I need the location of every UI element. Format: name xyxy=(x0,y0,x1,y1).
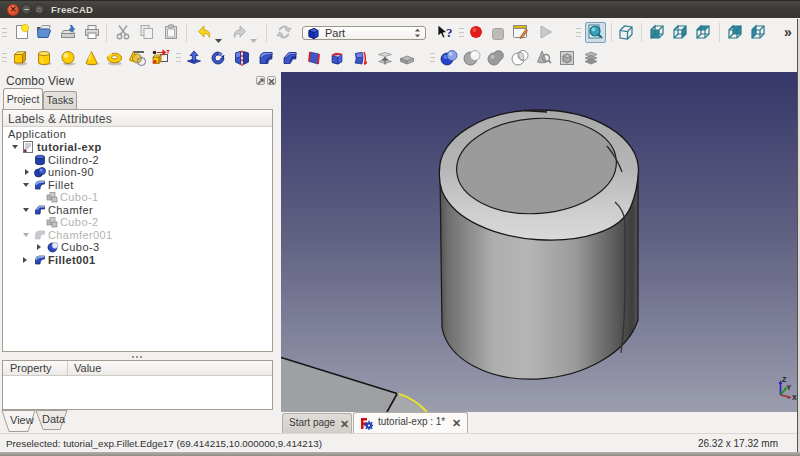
svg-text:Z: Z xyxy=(782,376,787,383)
svg-text:View: View xyxy=(10,414,34,426)
svg-text:Data: Data xyxy=(42,413,66,425)
svg-text:?: ? xyxy=(446,25,453,40)
svg-text:Y: Y xyxy=(787,384,792,391)
